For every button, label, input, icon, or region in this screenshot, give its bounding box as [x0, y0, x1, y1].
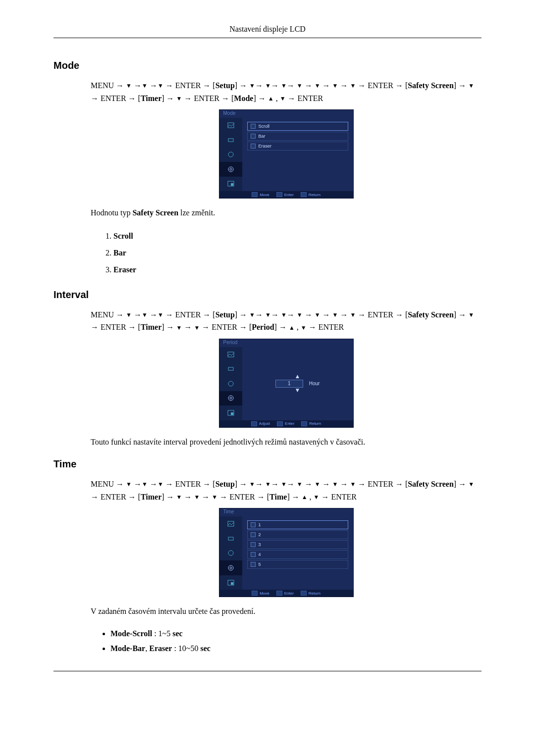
move-icon [252, 591, 258, 596]
gear-icon [219, 560, 242, 575]
list-item-label: Scroll [113, 232, 133, 240]
list-item: Eraser [113, 261, 482, 278]
heading-mode: Mode [54, 60, 482, 71]
pip-icon [219, 575, 242, 590]
osd-title: Time [219, 508, 353, 516]
svg-rect-7 [228, 352, 234, 357]
nav-timer: Timer [141, 323, 161, 331]
osd-mode-screenshot: Mode Scroll Bar Eraser Move Enter [219, 109, 354, 199]
globe-icon [219, 147, 242, 162]
mode-options-list: Scroll Bar Eraser [91, 228, 482, 278]
svg-point-10 [228, 396, 233, 401]
list-item-label: Bar [113, 249, 126, 257]
osd-footer-return: Return [309, 193, 321, 197]
text-strong: Eraser [149, 644, 172, 653]
mode-content: MENU → ▼ →▼ →▼ → ENTER → [Setup] → ▼→ ▼→… [91, 79, 482, 278]
svg-rect-15 [228, 537, 233, 540]
interval-content: MENU → ▼ →▼ →▼ → ENTER → [Setup] → ▼→ ▼→… [91, 308, 482, 448]
text: , [145, 644, 149, 653]
osd-footer-enter: Enter [284, 193, 294, 197]
nav-setup: Setup [215, 310, 235, 319]
osd-footer: Move Enter Return [219, 590, 353, 597]
list-item: Mode-Bar, Eraser : 10~50 sec [110, 641, 482, 656]
nav-time: Time [269, 493, 287, 501]
return-icon [301, 192, 307, 197]
svg-rect-0 [228, 123, 234, 128]
text-strong: sec [172, 629, 182, 638]
picture-icon [219, 347, 242, 362]
text-strong: Safety Screen [132, 208, 178, 217]
adjust-icon [251, 421, 257, 426]
osd-option-label: 2 [259, 532, 261, 537]
osd-option-4: 4 [247, 550, 348, 559]
svg-point-18 [230, 567, 232, 569]
osd-footer-move: Move [260, 591, 269, 596]
list-item: Scroll [113, 228, 482, 245]
nav-safety-screen: Safety Screen [408, 81, 454, 90]
return-icon [301, 421, 307, 426]
osd-footer-adjust: Adjust [259, 421, 270, 426]
globe-icon [219, 546, 242, 561]
pip-icon [219, 177, 242, 192]
svg-rect-8 [228, 367, 233, 370]
gear-icon [219, 391, 242, 406]
osd-time-screenshot: Time 1 2 3 4 5 Move En [219, 508, 354, 597]
page-header: Nastavení displeje LCD [54, 25, 482, 38]
list-item: Bar [113, 245, 482, 261]
osd-option-label: Scroll [259, 124, 270, 129]
osd-option-label: 5 [259, 562, 261, 567]
sound-icon [219, 361, 242, 376]
svg-rect-13 [231, 412, 233, 415]
svg-point-2 [228, 152, 233, 157]
osd-option-label: Bar [259, 134, 266, 139]
time-nav-path: MENU → ▼ →▼ →▼ → ENTER → [Setup] → ▼→ ▼→… [91, 478, 482, 503]
svg-point-16 [228, 551, 233, 555]
nav-timer: Timer [141, 493, 161, 501]
osd-option-scroll: Scroll [247, 122, 348, 131]
osd-option-1: 1 [247, 520, 348, 529]
interval-nav-path: MENU → ▼ →▼ →▼ → ENTER → [Setup] → ▼→ ▼→… [91, 308, 482, 334]
svg-rect-1 [228, 139, 233, 142]
move-icon [252, 192, 258, 197]
osd-title: Mode [219, 110, 353, 118]
gear-icon [219, 162, 242, 177]
osd-main-panel: ▲ 1 Hour ▼ [242, 347, 353, 420]
mode-nav-path: MENU → ▼ →▼ →▼ → ENTER → [Setup] → ▼→ ▼→… [91, 79, 482, 104]
osd-main-panel: Scroll Bar Eraser [242, 118, 353, 191]
page: Nastavení displeje LCD Mode MENU → ▼ →▼ … [0, 0, 535, 756]
osd-footer: Move Enter Return [219, 191, 353, 198]
nav-safety-screen: Safety Screen [408, 480, 454, 488]
osd-interval-screenshot: Period ▲ 1 Hour ▼ [219, 339, 354, 428]
time-desc: V zadaném časovém intervalu určete čas p… [91, 606, 482, 617]
picture-icon [219, 118, 242, 133]
osd-footer-return: Return [309, 591, 321, 596]
heading-time: Time [54, 458, 482, 470]
svg-rect-6 [231, 183, 233, 186]
nav-setup: Setup [215, 81, 235, 90]
interval-desc: Touto funkcí nastavíte interval proveden… [91, 437, 482, 448]
globe-icon [219, 376, 242, 391]
text: Hodnotu typ [91, 208, 132, 217]
osd-option-label: 3 [259, 542, 261, 547]
text-strong: sec [201, 644, 211, 653]
svg-point-9 [228, 381, 233, 386]
list-item-label: Eraser [113, 265, 136, 274]
text-strong: Mode-Scroll [110, 629, 152, 638]
osd-unit: Hour [309, 381, 320, 386]
svg-point-3 [228, 167, 233, 172]
text: : 1~5 [152, 629, 172, 638]
osd-option-2: 2 [247, 530, 348, 539]
svg-rect-20 [231, 582, 233, 585]
text: : 10~50 [172, 644, 200, 653]
time-bullets: Mode-Scroll : 1~5 sec Mode-Bar, Eraser :… [91, 626, 482, 656]
heading-interval: Interval [54, 289, 482, 301]
osd-footer-enter: Enter [285, 421, 294, 426]
mode-desc: Hodnotu typ Safety Screen lze změnit. [91, 207, 482, 218]
sound-icon [219, 531, 242, 546]
enter-icon [277, 421, 283, 426]
nav-mode: Mode [234, 94, 253, 102]
osd-title: Period [219, 339, 353, 347]
osd-option-5: 5 [247, 560, 348, 569]
osd-option-3: 3 [247, 540, 348, 549]
nav-period: Period [252, 323, 274, 331]
